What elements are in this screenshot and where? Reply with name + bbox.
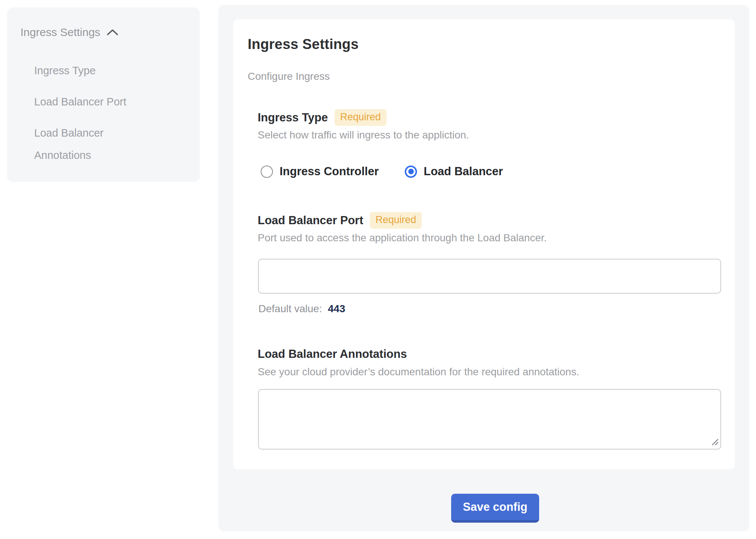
required-badge: Required [370,212,422,229]
radio-option-ingress-controller[interactable]: Ingress Controller [261,165,379,178]
ingress-type-label: Ingress Type [258,111,328,124]
sidebar-item-ingress-type[interactable]: Ingress Type [34,59,146,82]
load-balancer-annotations-textarea[interactable] [258,389,721,450]
ingress-settings-card: Ingress Settings Configure Ingress Ingre… [233,19,735,469]
sidebar-item-load-balancer-annotations[interactable]: Load Balancer Annotations [34,122,146,166]
lb-annotations-field-wrap [258,389,721,450]
radio-button-load-balancer[interactable] [405,166,417,178]
sidebar-group-ingress-settings[interactable]: Ingress Settings [20,26,119,39]
lb-annotations-description: See your cloud provider’s documentation … [258,366,579,378]
lb-port-description: Port used to access the application thro… [258,232,547,244]
load-balancer-port-input[interactable] [258,259,721,294]
radio-option-load-balancer[interactable]: Load Balancer [405,165,503,178]
required-badge: Required [335,109,387,126]
page-title: Ingress Settings [248,36,359,52]
lb-annotations-label: Load Balancer Annotations [258,347,407,361]
radio-button-ingress-controller[interactable] [261,166,273,178]
sidebar-item-load-balancer-port[interactable]: Load Balancer Port [34,91,146,113]
sidebar-group-label: Ingress Settings [20,26,100,39]
ingress-type-description: Select how traffic will ingress to the a… [258,129,469,141]
lb-port-label: Load Balancer Port [258,214,363,227]
default-value-number: 443 [328,303,345,314]
lb-port-label-row: Load Balancer Port Required [258,212,422,229]
default-value-label: Default value: [258,303,322,314]
config-nav-sidebar: Ingress Settings Ingress Type Load Balan… [7,7,200,182]
radio-label-ingress-controller: Ingress Controller [280,165,379,178]
radio-label-load-balancer: Load Balancer [424,165,503,178]
chevron-up-icon [106,28,119,36]
ingress-type-radio-group: Ingress Controller Load Balancer [261,165,503,178]
save-config-button[interactable]: Save config [451,494,539,523]
lb-annotations-label-row: Load Balancer Annotations [258,347,407,361]
default-value-line: Default value: 443 [258,303,345,315]
ingress-type-label-row: Ingress Type Required [258,109,387,126]
page-subtitle: Configure Ingress [248,71,330,82]
config-main-panel: Ingress Settings Configure Ingress Ingre… [218,5,749,532]
